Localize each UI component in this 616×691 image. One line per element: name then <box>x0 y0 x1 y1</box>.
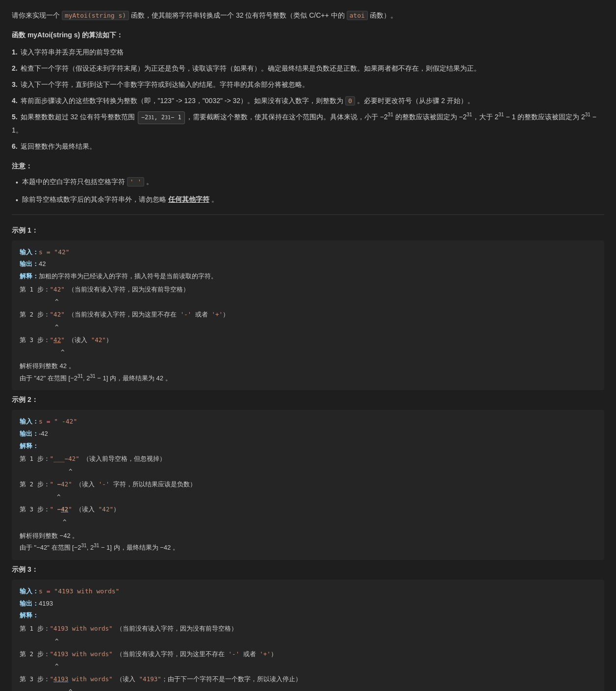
intro-text3: 函数）。 <box>370 11 397 19</box>
example3-step3-caret: ^ <box>20 686 596 691</box>
example1-title: 示例 1： <box>12 225 604 237</box>
algo-title: 函数 myAtoi(string s) 的算法如下： <box>12 29 604 41</box>
example3-input-line: 输入：s = "4193 with words" <box>20 585 596 598</box>
myatoi-func-code: myAtoi(string s) <box>62 11 129 20</box>
example2-step1-caret: ^ <box>20 466 596 478</box>
atoi-func-code: atoi <box>347 11 368 20</box>
example2-output: -42 <box>39 430 48 437</box>
example2-step3-caret: ^ <box>20 516 596 528</box>
example2-range: 由于 "−42" 在范围 [−231, 231 − 1] 内，最终结果为 −42… <box>20 542 596 554</box>
example1-output: 42 <box>39 260 46 267</box>
note1-text: 本题中的空白字符只包括空格字符 ' ' 。 <box>22 176 153 188</box>
example2-explanation: 解释： <box>20 440 596 452</box>
example1-step2: 第 2 步："42" （当前没有读入字符，因为这里不存在 '-' 或者 '+'） <box>20 309 596 320</box>
step-5: 5. 如果整数数超过 32 位有符号整数范围 −231, 231 − 1，需要截… <box>12 111 604 136</box>
example1-explanation: 解释：加粗的字符串为已经读入的字符，插入符号是当前读取的字符。 <box>20 270 596 283</box>
example1-step2-caret: ^ <box>20 321 596 333</box>
example2-input-line: 输入：s = " -42" <box>20 416 596 428</box>
example3-box: 输入：s = "4193 with words" 输出：4193 解释： 第 1… <box>12 580 604 691</box>
not-ignore-text: 任何其他字符 <box>168 195 209 203</box>
note2-text: 除前导空格或数字后的其余字符串外，请勿忽略 任何其他字符 。 <box>22 194 218 206</box>
example1-box: 输入：s = "42" 输出：42 解释：加粗的字符串为已经读入的字符，插入符号… <box>12 240 604 391</box>
intro-text2: 函数，使其能将字符串转换成一个 32 位有符号整数（类似 C/C++ 中的 <box>131 11 345 19</box>
note-2: • 除前导空格或数字后的其余字符串外，请勿忽略 任何其他字符 。 <box>12 194 604 207</box>
notes-title: 注意： <box>12 160 604 172</box>
example1-output-line: 输出：42 <box>20 258 596 270</box>
example3-step3: 第 3 步："4193 with words" （读入 "4193"；由于下一个… <box>20 673 596 685</box>
example1-step1-caret: ^ <box>20 296 596 308</box>
example1-range: 由于 "42" 在范围 [−231, 231 − 1] 内，最终结果为 42 。 <box>20 372 596 385</box>
intro-paragraph: 请你来实现一个 myAtoi(string s) 函数，使其能将字符串转换成一个… <box>12 10 604 22</box>
zero-code: 0 <box>345 96 355 106</box>
notes-section: 注意： • 本题中的空白字符只包括空格字符 ' ' 。 • 除前导空格或数字后的… <box>12 160 604 206</box>
example2-box: 输入：s = " -42" 输出：-42 解释： 第 1 步："___−42" … <box>12 410 604 560</box>
example3-step2-caret: ^ <box>20 661 596 672</box>
example3-step2: 第 2 步："4193 with words" （当前没有读入字符，因为这里不存… <box>20 648 596 660</box>
step3-text: 读入下一个字符，直到到达下一个非数字字符或到达输入的结尾。字符串的其余部分将被忽… <box>21 80 309 88</box>
divider-1 <box>12 214 604 215</box>
example1-step3-caret: ^ <box>20 346 596 358</box>
example1-step1: 第 1 步："42" （当前没有读入字符，因为没有前导空格） <box>20 284 596 295</box>
step5-text: 如果整数数超过 32 位有符号整数范围 −231, 231 − 1，需要截断这个… <box>12 113 596 134</box>
example2-step2-caret: ^ <box>20 491 596 503</box>
bullet-2: • <box>16 195 18 207</box>
step-2: 2. 检查下一个字符（假设还未到字符末尾）为正还是负号，读取该字符（如果有）。确… <box>12 62 604 75</box>
example3-output: 4193 <box>39 600 53 607</box>
step6-text: 返回整数作为最终结果。 <box>21 142 96 150</box>
space-code: ' ' <box>127 177 144 186</box>
step-3: 3. 读入下一个字符，直到到达下一个非数字字符或到达输入的结尾。字符串的其余部分… <box>12 79 604 91</box>
example2-step1: 第 1 步："___−42" （读入前导空格，但忽视掉） <box>20 453 596 465</box>
step1-text: 读入字符串并丢弃无用的前导空格 <box>21 48 124 56</box>
example3-step1-caret: ^ <box>20 636 596 647</box>
example-2: 示例 2： 输入：s = " -42" 输出：-42 解释： 第 1 步："__… <box>12 394 604 560</box>
bullet-1: • <box>16 177 18 189</box>
step-4: 4. 将前面步骤读入的这些数字转换为整数（即，"123" -> 123，"003… <box>12 95 604 107</box>
example1-input-line: 输入：s = "42" <box>20 246 596 259</box>
step-1: 1. 读入字符串并丢弃无用的前导空格 <box>12 46 604 58</box>
example2-result: 解析得到整数 −42 。 <box>20 530 596 542</box>
algo-steps: 1. 读入字符串并丢弃无用的前导空格 2. 检查下一个字符（假设还未到字符末尾）… <box>12 46 604 153</box>
example3-explanation: 解释： <box>20 610 596 622</box>
example2-step2: 第 2 步：" −42" （读入 '-' 字符，所以结果应该是负数） <box>20 478 596 490</box>
example1-step3: 第 3 步："42" （读入 "42"） <box>20 334 596 346</box>
example-3: 示例 3： 输入：s = "4193 with words" 输出：4193 解… <box>12 564 604 691</box>
example3-title: 示例 3： <box>12 564 604 576</box>
step4-text: 将前面步骤读入的这些数字转换为整数（即，"123" -> 123，"0032" … <box>21 97 475 105</box>
step-6: 6. 返回整数作为最终结果。 <box>12 140 604 153</box>
intro-text1: 请你来实现一个 <box>12 11 60 19</box>
page-container: 请你来实现一个 myAtoi(string s) 函数，使其能将字符串转换成一个… <box>12 10 604 691</box>
example2-step3: 第 3 步：" −42" （读入 "42"） <box>20 504 596 515</box>
example3-step1: 第 1 步："4193 with words" （当前没有读入字符，因为没有前导… <box>20 623 596 635</box>
example2-output-line: 输出：-42 <box>20 428 596 440</box>
step2-text: 检查下一个字符（假设还未到字符末尾）为正还是负号，读取该字符（如果有）。确定最终… <box>21 64 481 72</box>
example2-title: 示例 2： <box>12 394 604 406</box>
example1-result: 解析得到整数 42 。 <box>20 360 596 372</box>
note-1: • 本题中的空白字符只包括空格字符 ' ' 。 <box>12 176 604 189</box>
examples-section: 示例 1： 输入：s = "42" 输出：42 解释：加粗的字符串为已经读入的字… <box>12 225 604 691</box>
example3-output-line: 输出：4193 <box>20 598 596 610</box>
example-1: 示例 1： 输入：s = "42" 输出：42 解释：加粗的字符串为已经读入的字… <box>12 225 604 391</box>
